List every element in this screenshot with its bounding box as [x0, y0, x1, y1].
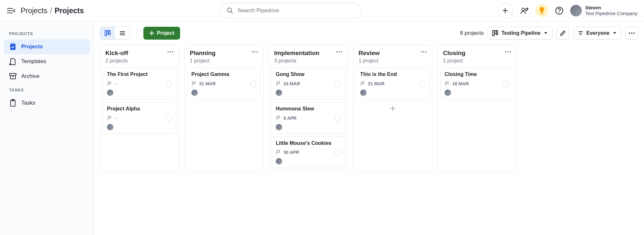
project-card[interactable]: Project Alpha-	[103, 102, 176, 134]
card-owner-avatar	[191, 89, 198, 96]
pipeline-selector[interactable]: Testing Pipeline	[487, 27, 553, 40]
svg-rect-33	[496, 31, 498, 35]
column-menu-button[interactable]	[252, 50, 258, 53]
column-header: Planning1 project	[185, 45, 263, 68]
user-menu[interactable]: Steven Test Pipedrive Company	[570, 5, 638, 16]
view-list-button[interactable]	[115, 27, 130, 39]
card-status-circle[interactable]	[166, 115, 172, 121]
sidebar-item-projects[interactable]: Projects	[4, 39, 90, 54]
card-status-circle[interactable]	[334, 115, 341, 121]
project-card[interactable]: Project Gamma31 MAR	[187, 68, 261, 99]
card-due-date: 18 MAR	[445, 81, 469, 86]
archive-icon	[9, 72, 17, 80]
sidebar-item-label: Projects	[21, 43, 43, 50]
column-header: Implementation3 projects	[269, 45, 348, 68]
project-card[interactable]: The First Project-	[103, 68, 176, 99]
project-card[interactable]: Gong Show24 MAR	[272, 68, 345, 99]
sidebar-heading-projects: PROJECTS	[4, 27, 90, 39]
chevron-down-icon	[613, 32, 617, 34]
view-toggle	[100, 27, 130, 40]
card-title: Hummona Slew	[276, 106, 341, 112]
card-owner-avatar	[107, 124, 113, 130]
sidebar-toggle[interactable]	[6, 6, 15, 15]
column-subtitle: 3 projects	[274, 58, 336, 64]
column-title: Planning	[190, 50, 252, 57]
owner-filter[interactable]: Everyone	[573, 27, 621, 40]
sidebar-item-label: Archive	[21, 73, 40, 80]
card-due-date: 21 MAR	[360, 81, 384, 86]
card-title: The First Project	[107, 71, 172, 78]
svg-point-45	[256, 51, 258, 52]
svg-point-38	[631, 33, 632, 34]
breadcrumb-root[interactable]: Projects	[21, 6, 47, 15]
card-status-circle[interactable]	[166, 80, 172, 87]
project-card[interactable]: Little Mouse's Cookies30 APR	[272, 136, 345, 168]
topbar-right: Steven Test Pipedrive Company	[518, 4, 638, 17]
svg-rect-15	[10, 44, 15, 50]
svg-point-7	[522, 8, 524, 11]
column-menu-button[interactable]	[167, 50, 174, 53]
content-area: Project 8 projects Testing Pipeline Ever…	[94, 22, 644, 235]
svg-point-55	[507, 51, 509, 52]
add-user-icon	[520, 7, 529, 14]
column-menu-button[interactable]	[505, 50, 511, 53]
svg-point-48	[341, 51, 342, 52]
project-card[interactable]: Closing Time18 MAR	[440, 68, 514, 99]
project-card[interactable]: Hummona Slew6 APR	[272, 102, 345, 134]
add-card-button[interactable]	[356, 102, 429, 115]
card-status-circle[interactable]	[250, 80, 256, 87]
svg-point-43	[252, 51, 253, 52]
column-menu-button[interactable]	[336, 50, 342, 53]
svg-rect-25	[109, 31, 110, 35]
card-status-circle[interactable]	[419, 80, 425, 87]
card-status-circle[interactable]	[334, 80, 341, 87]
help-button[interactable]	[553, 4, 566, 17]
sidebar-item-tasks[interactable]: Tasks	[4, 96, 90, 110]
sidebar-item-templates[interactable]: Templates	[4, 54, 90, 69]
user-company: Test Pipedrive Company	[585, 11, 638, 16]
svg-line-4	[231, 12, 233, 14]
breadcrumb-current: Projects	[54, 6, 84, 15]
invite-users-button[interactable]	[518, 4, 531, 17]
card-title: This is the End	[360, 71, 425, 78]
tips-button[interactable]	[535, 4, 548, 17]
plus-icon	[149, 31, 154, 36]
card-owner-avatar	[445, 89, 451, 96]
svg-point-37	[629, 33, 630, 34]
search-bar[interactable]	[220, 3, 361, 18]
card-due-date: 31 MAR	[191, 81, 216, 86]
quick-add-button[interactable]	[497, 3, 513, 18]
svg-point-14	[559, 12, 560, 13]
svg-point-40	[168, 51, 169, 52]
pencil-icon	[560, 30, 566, 36]
sidebar: PROJECTS Projects Templates Archive TASK…	[0, 22, 94, 235]
search-icon	[226, 7, 234, 14]
view-kanban-button[interactable]	[100, 27, 115, 39]
owner-filter-label: Everyone	[586, 30, 610, 36]
more-actions-button[interactable]	[625, 27, 638, 40]
card-status-circle[interactable]	[334, 149, 341, 155]
sidebar-item-label: Tasks	[21, 100, 35, 106]
new-project-label: Project	[157, 30, 174, 36]
svg-point-56	[510, 51, 511, 52]
column-body: Project Gamma31 MAR	[185, 68, 263, 103]
column-menu-button[interactable]	[420, 50, 427, 53]
column-body: Gong Show24 MARHummona Slew6 APRLittle M…	[269, 68, 348, 171]
column-header: Closing1 project	[438, 45, 516, 68]
filter-icon	[578, 31, 583, 35]
new-project-button[interactable]: Project	[143, 27, 180, 40]
column-body: The First Project-Project Alpha-	[100, 68, 179, 137]
breadcrumb-separator: /	[50, 6, 52, 15]
plus-icon	[502, 7, 508, 14]
plus-icon	[390, 106, 396, 111]
edit-pipeline-button[interactable]	[556, 27, 569, 40]
sidebar-item-archive[interactable]: Archive	[4, 69, 90, 84]
card-status-circle[interactable]	[503, 80, 510, 87]
project-card[interactable]: This is the End21 MAR	[356, 68, 429, 99]
svg-rect-11	[541, 13, 543, 14]
svg-point-41	[170, 51, 171, 52]
template-icon	[9, 58, 17, 65]
svg-rect-31	[493, 31, 494, 36]
search-input[interactable]	[237, 7, 355, 14]
flag-icon	[360, 81, 365, 86]
